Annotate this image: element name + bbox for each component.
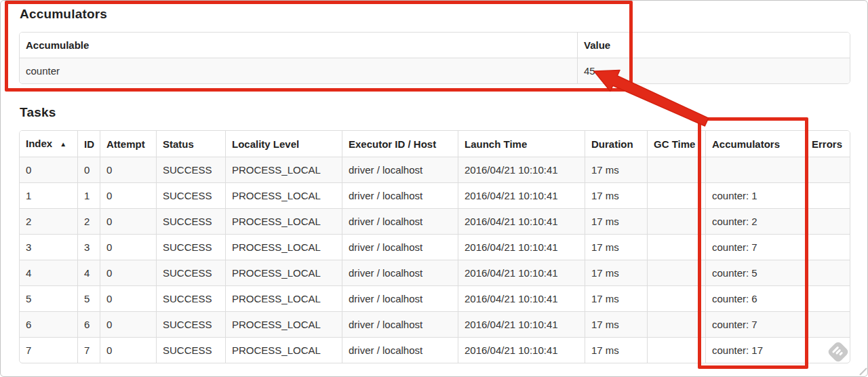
accumulators-section-title: Accumulators	[20, 7, 849, 22]
cell: 2016/04/21 10:10:41	[458, 208, 585, 234]
cell: 2016/04/21 10:10:41	[458, 311, 585, 337]
col-header-duration[interactable]: Duration	[585, 131, 647, 157]
cell: 17 ms	[585, 208, 647, 234]
cell: 0	[100, 337, 156, 363]
cell: PROCESS_LOCAL	[225, 285, 342, 311]
sort-ascending-icon: ▲	[60, 140, 66, 148]
col-header-accumulable[interactable]: Accumulable	[20, 33, 577, 58]
cell: 2016/04/21 10:10:41	[458, 285, 585, 311]
cell: 0	[20, 157, 77, 182]
cell	[647, 337, 705, 363]
tasks-table: Index▲ ID Attempt Status Locality Level …	[19, 130, 850, 363]
cell: 0	[100, 157, 156, 182]
cell: 5	[20, 285, 77, 311]
cell	[705, 157, 805, 182]
col-header-attempt[interactable]: Attempt	[100, 131, 156, 157]
cell: 6	[77, 311, 100, 337]
cell: 7	[77, 337, 100, 363]
cell: counter: 5	[705, 260, 805, 285]
cell	[647, 260, 705, 285]
col-header-id[interactable]: ID	[77, 131, 100, 157]
cell: 4	[77, 260, 100, 285]
cell: counter: 7	[705, 234, 805, 260]
table-row: 000SUCCESSPROCESS_LOCALdriver / localhos…	[20, 157, 850, 182]
cell: PROCESS_LOCAL	[225, 260, 342, 285]
accumulators-table: Accumulable Value counter45	[19, 32, 850, 84]
cell: counter	[20, 58, 577, 83]
cell	[647, 157, 705, 182]
cell: 2016/04/21 10:10:41	[458, 260, 585, 285]
table-row: 330SUCCESSPROCESS_LOCALdriver / localhos…	[20, 234, 850, 260]
cell: SUCCESS	[156, 337, 225, 363]
cell: 17 ms	[585, 182, 647, 208]
cell	[647, 208, 705, 234]
cell: 1	[77, 182, 100, 208]
cell: PROCESS_LOCAL	[225, 337, 342, 363]
col-header-locality-level[interactable]: Locality Level	[225, 131, 342, 157]
cell: 17 ms	[585, 285, 647, 311]
cell: driver / localhost	[342, 234, 458, 260]
cell: 1	[20, 182, 77, 208]
col-header-value[interactable]: Value	[577, 33, 850, 58]
cell: 2016/04/21 10:10:41	[458, 182, 585, 208]
cell: 2016/04/21 10:10:41	[458, 337, 585, 363]
col-header-index[interactable]: Index▲	[20, 131, 77, 157]
cell: driver / localhost	[342, 208, 458, 234]
cell: 17 ms	[585, 337, 647, 363]
cell: 17 ms	[585, 260, 647, 285]
cell: 0	[100, 234, 156, 260]
cell	[805, 285, 850, 311]
accumulators-header-row: Accumulable Value	[20, 33, 850, 58]
resize-grip-icon	[860, 368, 867, 375]
col-header-gc-time[interactable]: GC Time	[647, 131, 705, 157]
col-header-executor-id-host[interactable]: Executor ID / Host	[342, 131, 458, 157]
col-header-accumulators[interactable]: Accumulators	[705, 131, 805, 157]
col-header-status[interactable]: Status	[156, 131, 225, 157]
cell: SUCCESS	[156, 311, 225, 337]
col-header-launch-time[interactable]: Launch Time	[458, 131, 585, 157]
cell	[805, 337, 850, 363]
cell	[805, 208, 850, 234]
cell: 3	[20, 234, 77, 260]
table-row: 550SUCCESSPROCESS_LOCALdriver / localhos…	[20, 285, 850, 311]
cell: 2	[20, 208, 77, 234]
cell: SUCCESS	[156, 157, 225, 182]
cell	[805, 234, 850, 260]
cell: counter: 7	[705, 311, 805, 337]
table-row: 770SUCCESSPROCESS_LOCALdriver / localhos…	[20, 337, 850, 363]
tasks-header-row: Index▲ ID Attempt Status Locality Level …	[20, 131, 850, 157]
cell: 17 ms	[585, 234, 647, 260]
cell: driver / localhost	[342, 260, 458, 285]
cell: 17 ms	[585, 311, 647, 337]
cell	[647, 311, 705, 337]
cell: driver / localhost	[342, 285, 458, 311]
tasks-section-title: Tasks	[20, 105, 849, 120]
cell: 0	[100, 182, 156, 208]
cell: counter: 17	[705, 337, 805, 363]
table-row: 220SUCCESSPROCESS_LOCALdriver / localhos…	[20, 208, 850, 234]
table-row: 440SUCCESSPROCESS_LOCALdriver / localhos…	[20, 260, 850, 285]
cell: PROCESS_LOCAL	[225, 157, 342, 182]
cell: SUCCESS	[156, 285, 225, 311]
cell: 0	[100, 285, 156, 311]
cell: 6	[20, 311, 77, 337]
table-row: counter45	[20, 58, 850, 83]
col-header-errors[interactable]: Errors	[805, 131, 850, 157]
cell	[647, 234, 705, 260]
cell: PROCESS_LOCAL	[225, 208, 342, 234]
cell	[647, 182, 705, 208]
cell: SUCCESS	[156, 260, 225, 285]
cell	[805, 182, 850, 208]
cell: SUCCESS	[156, 234, 225, 260]
cell: 4	[20, 260, 77, 285]
cell: 7	[20, 337, 77, 363]
cell: 5	[77, 285, 100, 311]
table-row: 110SUCCESSPROCESS_LOCALdriver / localhos…	[20, 182, 850, 208]
cell: 0	[100, 311, 156, 337]
cell: counter: 1	[705, 182, 805, 208]
cell: 2	[77, 208, 100, 234]
cell	[805, 311, 850, 337]
cell	[805, 157, 850, 182]
cell	[805, 260, 850, 285]
cell: 2016/04/21 10:10:41	[458, 157, 585, 182]
